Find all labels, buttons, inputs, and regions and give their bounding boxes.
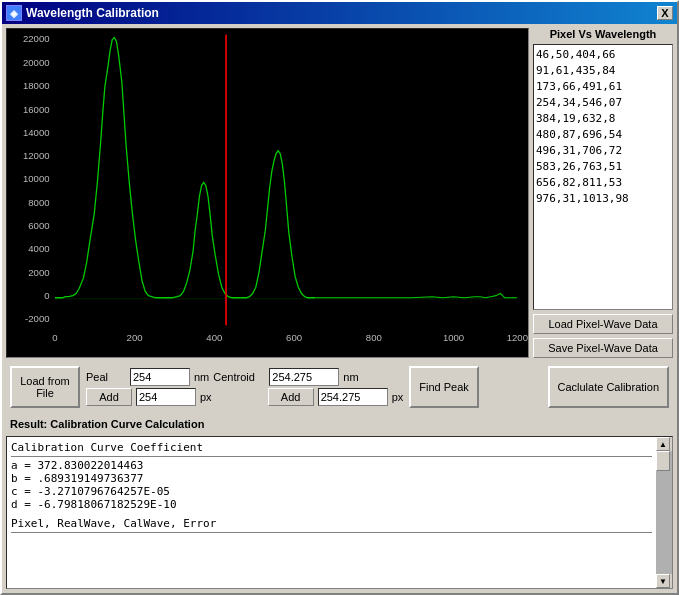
svg-text:800: 800 — [366, 332, 382, 343]
peak-row: Peal nm Centroid nm — [86, 368, 403, 386]
svg-text:-2000: -2000 — [25, 313, 49, 324]
pixel-wave-item: 173,66,491,61 — [536, 79, 670, 95]
peak-label: Peal — [86, 371, 126, 383]
svg-text:8000: 8000 — [28, 197, 49, 208]
svg-text:2000: 2000 — [28, 267, 49, 278]
svg-text:12000: 12000 — [23, 150, 50, 161]
svg-text:0: 0 — [52, 332, 57, 343]
add-centroid-input[interactable] — [318, 388, 388, 406]
svg-text:0: 0 — [44, 290, 49, 301]
svg-text:18000: 18000 — [23, 80, 50, 91]
chart-area: 22000 20000 18000 16000 14000 12000 1000… — [6, 28, 529, 358]
a-value: a = 372.830022014463 — [11, 459, 652, 472]
svg-text:600: 600 — [286, 332, 302, 343]
scroll-down-button[interactable]: ▼ — [656, 574, 670, 588]
main-window: ◈ Wavelength Calibration X 22000 20000 1… — [0, 0, 679, 595]
divider1 — [11, 456, 652, 457]
load-file-button[interactable]: Load from File — [10, 366, 80, 408]
pixel-wave-item: 91,61,435,84 — [536, 63, 670, 79]
pixel-wave-item: 254,34,546,07 — [536, 95, 670, 111]
pixel-header: Pixel, RealWave, CalWave, Error — [11, 517, 652, 530]
peak-input[interactable] — [130, 368, 190, 386]
centroid-label: Centroid — [213, 371, 265, 383]
close-button[interactable]: X — [657, 6, 673, 20]
result-section-label: Result: Calibration Curve Calculation — [6, 416, 673, 432]
pixel-wave-item: 583,26,763,51 — [536, 159, 670, 175]
peak-group: Peal nm Centroid nm Add px Add px — [86, 368, 403, 406]
window-title: Wavelength Calibration — [26, 6, 159, 20]
result-scrollbar: ▲ ▼ — [656, 437, 672, 588]
pixel-wave-item: 976,31,1013,98 — [536, 191, 670, 207]
window-icon: ◈ — [6, 5, 22, 21]
chart-svg: 22000 20000 18000 16000 14000 12000 1000… — [7, 29, 528, 357]
svg-text:400: 400 — [206, 332, 222, 343]
svg-text:22000: 22000 — [23, 33, 50, 44]
scroll-up-button[interactable]: ▲ — [656, 437, 670, 451]
svg-text:200: 200 — [127, 332, 143, 343]
pixel-wave-item: 656,82,811,53 — [536, 175, 670, 191]
coeff-title: Calibration Curve Coefficient — [11, 441, 652, 454]
add-centroid-unit: px — [392, 391, 404, 403]
title-bar-left: ◈ Wavelength Calibration — [6, 5, 159, 21]
svg-text:10000: 10000 — [23, 173, 50, 184]
svg-text:16000: 16000 — [23, 104, 50, 115]
scroll-track — [656, 451, 672, 574]
pixel-wave-list[interactable]: 46,50,404,6691,61,435,84173,66,491,61254… — [533, 44, 673, 310]
result-text: Calibration Curve Coefficient a = 372.83… — [7, 437, 656, 588]
pixel-wave-item: 46,50,404,66 — [536, 47, 670, 63]
svg-text:4000: 4000 — [28, 243, 49, 254]
calculate-button[interactable]: Caclulate Calibration — [548, 366, 670, 408]
pixel-wave-label: Pixel Vs Wavelength — [533, 28, 673, 40]
svg-text:1200: 1200 — [507, 332, 528, 343]
svg-text:14000: 14000 — [23, 127, 50, 138]
c-value: c = -3.2710796764257E-05 — [11, 485, 652, 498]
pixel-wave-item: 496,31,706,72 — [536, 143, 670, 159]
main-content: 22000 20000 18000 16000 14000 12000 1000… — [2, 24, 677, 593]
top-section: 22000 20000 18000 16000 14000 12000 1000… — [6, 28, 673, 358]
result-container: Calibration Curve Coefficient a = 372.83… — [6, 436, 673, 589]
save-pixel-wave-button[interactable]: Save Pixel-Wave Data — [533, 338, 673, 358]
b-value: b = .689319149736377 — [11, 472, 652, 485]
controls-row: Load from File Peal nm Centroid nm Add p… — [6, 362, 673, 412]
pixel-wave-item: 384,19,632,8 — [536, 111, 670, 127]
svg-text:1000: 1000 — [443, 332, 464, 343]
add-peak-input[interactable] — [136, 388, 196, 406]
add-peak-unit: px — [200, 391, 212, 403]
d-value: d = -6.79818067182529E-10 — [11, 498, 652, 511]
add-centroid-button[interactable]: Add — [268, 388, 314, 406]
pixel-wave-item: 480,87,696,54 — [536, 127, 670, 143]
peak-unit: nm — [194, 371, 209, 383]
centroid-input[interactable] — [269, 368, 339, 386]
svg-text:20000: 20000 — [23, 57, 50, 68]
title-bar: ◈ Wavelength Calibration X — [2, 2, 677, 24]
divider2 — [11, 532, 652, 533]
centroid-unit: nm — [343, 371, 358, 383]
find-peak-button[interactable]: Find Peak — [409, 366, 479, 408]
svg-rect-0 — [7, 29, 528, 357]
add-peak-button[interactable]: Add — [86, 388, 132, 406]
svg-text:6000: 6000 — [28, 220, 49, 231]
add-row: Add px Add px — [86, 388, 403, 406]
scroll-thumb[interactable] — [656, 451, 670, 471]
load-pixel-wave-button[interactable]: Load Pixel-Wave Data — [533, 314, 673, 334]
right-panel: Pixel Vs Wavelength 46,50,404,6691,61,43… — [533, 28, 673, 358]
